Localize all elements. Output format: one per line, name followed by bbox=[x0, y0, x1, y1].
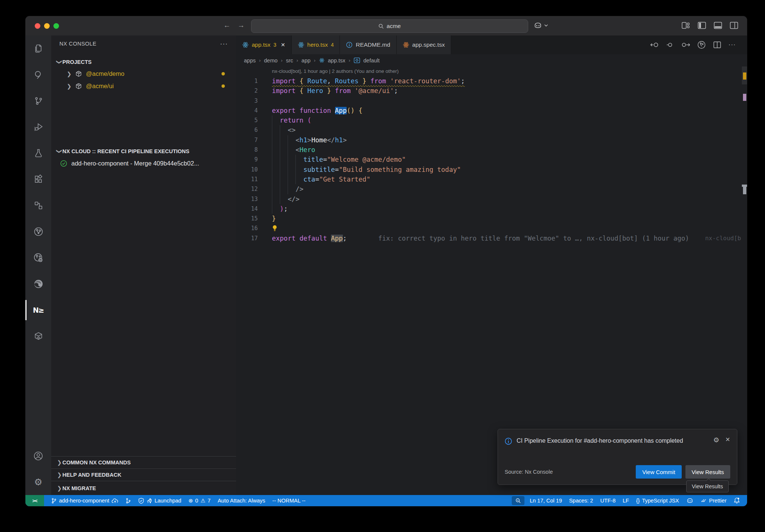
toggle-primary-sidebar-icon[interactable] bbox=[698, 22, 706, 29]
breadcrumb-item[interactable]: app bbox=[301, 58, 310, 64]
encoding-item[interactable]: UTF-8 bbox=[600, 498, 616, 504]
testing-icon[interactable] bbox=[25, 140, 51, 166]
explorer-icon[interactable] bbox=[25, 35, 51, 62]
section-nx-migrate[interactable]: ❯ NX MIGRATE bbox=[51, 481, 236, 495]
indent-guide bbox=[288, 145, 288, 155]
history-forward-button[interactable]: → bbox=[238, 21, 245, 30]
vim-mode-indicator[interactable]: -- NORMAL -- bbox=[272, 498, 306, 504]
overview-ruler[interactable] bbox=[742, 66, 747, 495]
code-line[interactable]: 6 <> bbox=[236, 125, 747, 135]
customize-layout-icon[interactable] bbox=[682, 22, 690, 29]
code-line[interactable]: 1import { Route, Routes } from 'react-ro… bbox=[236, 76, 747, 86]
command-center-search[interactable]: acme bbox=[251, 19, 528, 33]
package-icon bbox=[75, 70, 82, 77]
indent-guide bbox=[280, 145, 280, 155]
notification-close-icon[interactable]: ✕ bbox=[725, 436, 730, 445]
breadcrumb-item[interactable]: app.tsx bbox=[328, 58, 346, 64]
breadcrumb-item[interactable]: default bbox=[363, 58, 380, 64]
gitlens-forward-icon[interactable] bbox=[681, 41, 690, 49]
source-control-graph-button[interactable] bbox=[126, 498, 131, 504]
tab-app-tsx[interactable]: app.tsx 3 ✕ bbox=[236, 35, 292, 54]
section-common-nx-commands[interactable]: ❯ COMMON NX COMMANDS bbox=[51, 456, 236, 468]
line-number: 10 bbox=[236, 165, 258, 174]
code-line[interactable]: 13 </> bbox=[236, 194, 747, 204]
breadcrumb-item[interactable]: src bbox=[286, 58, 293, 64]
commit-graph-icon[interactable] bbox=[25, 245, 51, 271]
accounts-icon[interactable] bbox=[25, 443, 51, 469]
copilot-menu-button[interactable] bbox=[533, 21, 548, 30]
code-line[interactable]: 14 ); bbox=[236, 204, 747, 214]
gitlens-icon[interactable] bbox=[25, 219, 51, 245]
source-control-icon[interactable] bbox=[25, 88, 51, 114]
section-projects[interactable]: ❯ PROJECTS bbox=[51, 56, 236, 68]
edge-browser-icon[interactable] bbox=[25, 271, 51, 297]
indent-guide bbox=[288, 174, 288, 184]
modified-dot bbox=[222, 72, 225, 75]
tab-app-spec-tsx[interactable]: app.spec.tsx bbox=[397, 35, 451, 54]
search-view-icon[interactable] bbox=[25, 62, 51, 88]
formatter-item[interactable]: ✓✓ Prettier bbox=[701, 498, 727, 504]
code-line[interactable]: 2import { Hero } from '@acme/ui'; bbox=[236, 86, 747, 96]
project-acme-demo[interactable]: ❯ @acme/demo bbox=[51, 68, 236, 80]
notifications-bell[interactable] bbox=[734, 497, 740, 504]
code-line[interactable]: 12 /> bbox=[236, 184, 747, 194]
code-line[interactable]: 5 return ( bbox=[236, 115, 747, 125]
language-mode-item[interactable]: {} TypeScript JSX bbox=[636, 498, 679, 504]
toggle-secondary-sidebar-icon[interactable] bbox=[730, 22, 738, 29]
view-commit-button[interactable]: View Commit bbox=[636, 465, 681, 479]
breadcrumb-item[interactable]: apps bbox=[244, 58, 255, 64]
blame-annotation[interactable]: nx-cloud[bot], 1 hour ago | 2 authors (Y… bbox=[236, 66, 747, 76]
minimize-window-button[interactable] bbox=[44, 23, 50, 29]
tab-hero-tsx[interactable]: hero.tsx 4 bbox=[292, 35, 340, 54]
nx-project-graph-icon[interactable] bbox=[25, 192, 51, 219]
lightbulb-icon[interactable] bbox=[272, 225, 278, 232]
gitlens-current-icon[interactable] bbox=[666, 41, 674, 49]
nx-console-icon[interactable]: N≥ bbox=[25, 297, 51, 323]
close-tab-icon[interactable]: ✕ bbox=[281, 42, 285, 48]
project-acme-ui[interactable]: ❯ @acme/ui bbox=[51, 80, 236, 92]
auto-attach-item[interactable]: Auto Attach: Always bbox=[218, 498, 265, 504]
zoom-indicator[interactable] bbox=[512, 496, 524, 505]
code-line[interactable]: 10 subtitle="Build something amazing tod… bbox=[236, 165, 747, 174]
remote-indicator[interactable]: >< bbox=[25, 495, 44, 506]
code-line[interactable]: 15} bbox=[236, 214, 747, 223]
settings-gear-icon[interactable]: ⚙ bbox=[25, 469, 51, 495]
code-line[interactable]: 9 title="Welcome @acme/demo" bbox=[236, 155, 747, 164]
pipeline-execution-item[interactable]: add-hero-component - Merge 409b44e5cb02.… bbox=[51, 157, 236, 170]
notification-settings-icon[interactable]: ⚙ bbox=[713, 436, 719, 445]
cursor-position-item[interactable]: Ln 17, Col 19 bbox=[530, 498, 562, 504]
code-line[interactable]: 8 <Hero bbox=[236, 145, 747, 155]
view-results-button[interactable]: View Results bbox=[685, 465, 730, 479]
gitlens-back-icon[interactable] bbox=[650, 41, 659, 49]
code-line[interactable]: 11 cta="Get Started" bbox=[236, 174, 747, 184]
close-window-button[interactable] bbox=[35, 23, 40, 29]
indentation-item[interactable]: Spaces: 2 bbox=[569, 498, 593, 504]
code-line[interactable]: 7 <h1>Home</h1> bbox=[236, 135, 747, 145]
tab-readme-md[interactable]: README.md bbox=[340, 35, 396, 54]
tab-badge: 4 bbox=[331, 42, 334, 48]
editor-more-actions[interactable]: ··· bbox=[728, 41, 736, 49]
split-editor-icon[interactable] bbox=[713, 41, 721, 49]
line-number: 16 bbox=[236, 223, 258, 233]
git-branch-item[interactable]: add-hero-component bbox=[51, 498, 118, 504]
code-line[interactable]: 17export default App; fix: correct typo … bbox=[236, 233, 747, 243]
containers-icon[interactable] bbox=[25, 323, 51, 349]
history-back-button[interactable]: ← bbox=[223, 21, 230, 30]
zoom-window-button[interactable] bbox=[53, 23, 59, 29]
breadcrumb-item[interactable]: demo bbox=[264, 58, 278, 64]
eol-item[interactable]: LF bbox=[623, 498, 629, 504]
commit-graph-button-icon[interactable] bbox=[697, 40, 706, 49]
code-line[interactable]: 16 bbox=[236, 223, 747, 233]
problems-item[interactable]: ⊗ 0 ⚠ 7 bbox=[188, 498, 210, 504]
toggle-panel-icon[interactable] bbox=[714, 22, 722, 29]
run-debug-icon[interactable] bbox=[25, 114, 51, 140]
launchpad-item[interactable]: Launchpad bbox=[138, 498, 182, 504]
code-line[interactable]: 3 bbox=[236, 96, 747, 106]
copilot-status-item[interactable] bbox=[686, 497, 694, 504]
section-help-and-feedback[interactable]: ❯ HELP AND FEEDBACK bbox=[51, 468, 236, 481]
code-line[interactable]: 4export function App() { bbox=[236, 106, 747, 115]
sidebar-more-actions[interactable]: ··· bbox=[220, 40, 228, 48]
chevron-right-icon: ❯ bbox=[56, 459, 62, 466]
section-nx-cloud[interactable]: ❯ NX CLOUD :: RECENT CI PIPELINE EXECUTI… bbox=[51, 146, 236, 157]
extensions-icon[interactable] bbox=[25, 166, 51, 192]
